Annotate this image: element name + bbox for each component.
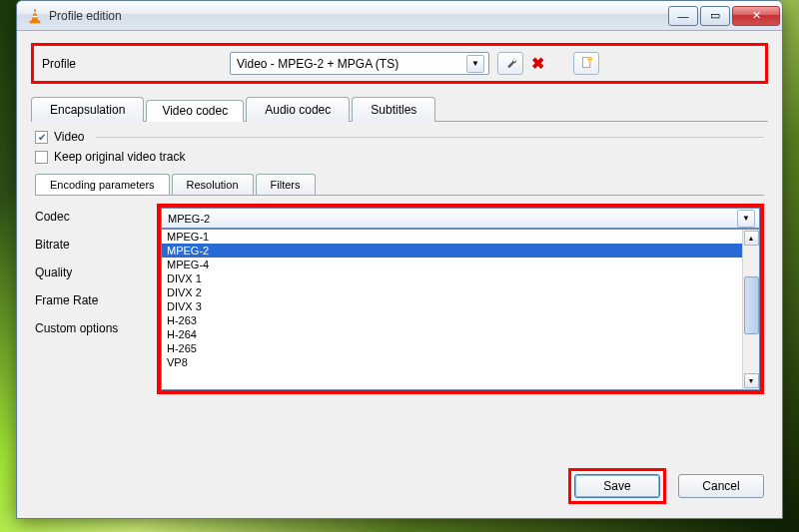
listbox-scrollbar: ▲ ▼	[742, 230, 759, 389]
keep-original-row: Keep original video track	[35, 150, 764, 164]
svg-point-5	[587, 56, 592, 61]
main-tabs: Encapsulation Video codec Audio codec Su…	[31, 96, 768, 122]
codec-option[interactable]: VP8	[162, 355, 742, 369]
wrench-icon	[504, 56, 517, 72]
save-button[interactable]: Save	[574, 474, 660, 498]
subtab-resolution[interactable]: Resolution	[172, 174, 254, 195]
close-button[interactable]: ✕	[732, 6, 780, 26]
edit-profile-button[interactable]	[497, 52, 523, 75]
keep-original-checkbox[interactable]	[35, 151, 48, 164]
bitrate-label: Bitrate	[35, 238, 145, 252]
codec-option[interactable]: H-263	[162, 313, 742, 327]
scroll-up-button[interactable]: ▲	[744, 231, 759, 246]
profile-selected-text: Video - MPEG-2 + MPGA (TS)	[237, 57, 399, 71]
tab-encapsulation[interactable]: Encapsulation	[31, 97, 144, 122]
tab-audio-codec[interactable]: Audio codec	[246, 97, 350, 122]
codec-list-content: MPEG-1MPEG-2MPEG-4DIVX 1DIVX 2DIVX 3H-26…	[162, 230, 742, 389]
delete-profile-button[interactable]: ✖	[531, 54, 551, 73]
divider	[96, 137, 764, 138]
video-checkbox[interactable]: ✔	[35, 131, 48, 144]
minimize-button[interactable]: —	[668, 6, 698, 26]
codec-option[interactable]: H-265	[162, 341, 742, 355]
param-labels: Codec Bitrate Quality Frame Rate Custom …	[35, 204, 145, 394]
framerate-label: Frame Rate	[35, 293, 145, 307]
encoding-subtabs: Encoding parameters Resolution Filters	[35, 174, 764, 196]
tab-subtitles[interactable]: Subtitles	[352, 97, 435, 122]
svg-rect-3	[30, 21, 40, 23]
keep-original-label: Keep original video track	[54, 150, 185, 164]
quality-label: Quality	[35, 266, 145, 279]
profile-combobox[interactable]: Video - MPEG-2 + MPGA (TS) ▼	[230, 52, 489, 75]
codec-selected-text: MPEG-2	[168, 213, 210, 225]
video-checkbox-row: ✔ Video	[35, 130, 764, 144]
dialog-buttons: Save Cancel	[568, 468, 764, 504]
profile-selector-row: Profile Video - MPEG-2 + MPGA (TS) ▼ ✖	[31, 43, 768, 84]
codec-dropdown-area: MPEG-2 ▼ MPEG-1MPEG-2MPEG-4DIVX 1DIVX 2D…	[157, 204, 764, 394]
profile-label: Profile	[42, 57, 222, 71]
encoding-parameters-panel: Codec Bitrate Quality Frame Rate Custom …	[35, 204, 764, 394]
window-controls: — ▭ ✕	[666, 6, 780, 26]
codec-option[interactable]: DIVX 2	[162, 285, 742, 299]
codec-listbox: MPEG-1MPEG-2MPEG-4DIVX 1DIVX 2DIVX 3H-26…	[161, 229, 760, 390]
codec-label: Codec	[35, 210, 145, 224]
custom-options-label: Custom options	[35, 321, 145, 335]
profile-edition-dialog: Profile edition — ▭ ✕ Profile Video - MP…	[16, 0, 783, 519]
svg-rect-1	[33, 12, 37, 13]
svg-marker-0	[32, 9, 38, 21]
codec-option[interactable]: DIVX 3	[162, 299, 742, 313]
close-icon: ✖	[531, 55, 544, 72]
codec-option[interactable]: H-264	[162, 327, 742, 341]
new-profile-button[interactable]	[573, 52, 599, 75]
chevron-down-icon: ▼	[737, 210, 755, 228]
window-title: Profile edition	[49, 9, 666, 23]
codec-option[interactable]: DIVX 1	[162, 271, 742, 285]
new-file-icon	[580, 56, 593, 72]
codec-option[interactable]: MPEG-4	[162, 258, 742, 271]
scroll-thumb[interactable]	[744, 276, 759, 334]
subtab-encoding[interactable]: Encoding parameters	[35, 174, 170, 195]
save-highlight: Save	[568, 468, 666, 504]
maximize-button[interactable]: ▭	[700, 6, 730, 26]
vlc-cone-icon	[27, 8, 43, 24]
video-checkbox-label: Video	[54, 130, 84, 144]
subtab-filters[interactable]: Filters	[256, 174, 316, 195]
client-area: Profile Video - MPEG-2 + MPGA (TS) ▼ ✖ E…	[17, 31, 782, 518]
cancel-button[interactable]: Cancel	[678, 474, 764, 498]
svg-rect-2	[33, 16, 38, 17]
scroll-down-button[interactable]: ▼	[744, 373, 759, 388]
codec-option[interactable]: MPEG-1	[162, 230, 742, 244]
chevron-down-icon: ▼	[466, 55, 484, 73]
titlebar[interactable]: Profile edition — ▭ ✕	[17, 1, 782, 31]
tab-video-codec[interactable]: Video codec	[146, 100, 244, 122]
codec-combobox[interactable]: MPEG-2 ▼	[161, 208, 760, 229]
codec-option[interactable]: MPEG-2	[162, 244, 742, 258]
